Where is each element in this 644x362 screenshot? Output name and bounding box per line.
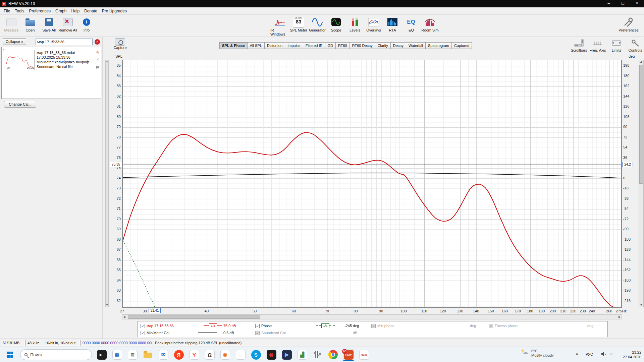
measurement-name-input[interactable]	[36, 39, 93, 45]
tray-app-icon[interactable]: ▭	[610, 352, 613, 356]
mixer-icon[interactable]	[312, 349, 323, 361]
video-app-icon[interactable]: ▶	[281, 349, 292, 361]
menu-tools[interactable]: Tools	[12, 8, 26, 14]
toolbar-levels-button[interactable]: Levels	[345, 16, 364, 36]
measure-icon	[6, 16, 16, 28]
folder-icon[interactable]	[142, 349, 154, 361]
orange-browser-icon[interactable]: ◉	[219, 349, 231, 361]
windows-logo-icon	[7, 352, 13, 358]
audio-editor-icon[interactable]: ≣	[127, 349, 138, 361]
toolbar-overlays-button[interactable]: Overlays	[364, 16, 383, 36]
toolbar-preferences-button[interactable]: Preferences	[619, 16, 638, 32]
camera-app-icon[interactable]: ◉	[266, 349, 277, 361]
taskbar-search[interactable]: Поиск	[20, 349, 92, 360]
menu-help[interactable]: Help	[69, 8, 82, 14]
title-bar: R REW V5.20.13 – □ ×	[0, 0, 644, 7]
peak-input-message: Peak input before clipping 120 dB SPL (u…	[153, 340, 281, 346]
notes-icon[interactable]: ≡	[235, 349, 246, 361]
y-axis-label: 84	[110, 74, 121, 78]
vertical-scrollbar-thumb[interactable]	[639, 65, 643, 184]
menu-pro-upgrades[interactable]: Pro Upgrades	[100, 8, 129, 14]
legend-trace-sample[interactable]	[198, 329, 217, 336]
checkbox-icon: ✓	[141, 324, 145, 328]
toolbar-ir-windows-button[interactable]: IR Windows	[270, 16, 289, 36]
graph-button-limits[interactable]: Limits	[607, 38, 626, 52]
change-cal-button[interactable]: Change Cal...	[4, 101, 36, 108]
x-axis-label: 140	[469, 309, 483, 313]
toolbar-room-sim-button[interactable]: Room Sim	[421, 16, 439, 36]
tab-rt60[interactable]: RT60	[335, 42, 350, 49]
chart-app-icon[interactable]: ▟	[297, 349, 308, 361]
tab-captured[interactable]: Captured	[451, 42, 472, 49]
save-all-icon	[45, 16, 53, 28]
tab-decay[interactable]: Decay	[390, 42, 406, 49]
minimize-button[interactable]: –	[602, 0, 616, 7]
deg-axis-label: 144	[623, 94, 635, 98]
legend-checkbox-мар-17-15-33-36[interactable]: ✓мар 17 15:33:36	[141, 322, 174, 329]
toolbar-spl-meter-button[interactable]: dB SPL83SPL Meter	[289, 16, 308, 36]
menu-graph[interactable]: Graph	[53, 8, 69, 14]
toolbar-eq-button[interactable]: EQEQ	[402, 16, 421, 36]
toolbar-rta-button[interactable]: RTA	[383, 16, 402, 36]
mail-icon[interactable]: ✉	[158, 349, 169, 361]
rew-running-icon[interactable]: REW96	[343, 349, 354, 361]
skype-icon[interactable]: S	[250, 349, 262, 361]
yandex-icon[interactable]: Я	[173, 349, 184, 361]
horizontal-scrollbar[interactable]	[122, 314, 622, 319]
weather-widget[interactable]: ☀☁ 6°C Mostly cloudy	[521, 349, 554, 358]
graph-button-freq-axis[interactable]: Freq. Axis	[588, 38, 607, 52]
notes-icon[interactable]: ▤	[96, 65, 100, 69]
window-title: REW V5.20.13	[8, 1, 35, 6]
measurement-item[interactable]: 1 20 20,0k мар 17 15_33_36.mdat 17.03.20…	[2, 47, 101, 73]
toolbar-generator-button[interactable]: Generator	[308, 16, 327, 36]
tab-distortion[interactable]: Distortion	[264, 42, 285, 49]
chrome-icon[interactable]	[327, 349, 339, 361]
menu-preferences[interactable]: Preferences	[26, 8, 53, 14]
tray-time: 23:22	[632, 350, 641, 354]
yandex-browser-icon[interactable]: Y	[189, 349, 200, 361]
language-indicator[interactable]: РУС	[586, 352, 593, 356]
edit-icon[interactable]: ∕	[96, 57, 100, 62]
tab-all-spl[interactable]: All SPL	[247, 42, 265, 49]
spreadsheet-icon[interactable]: ▦	[111, 349, 123, 361]
tab-rt60-decay[interactable]: RT60 Decay	[350, 42, 375, 49]
capture-button[interactable]: Capture	[113, 38, 127, 50]
rew-icon[interactable]: REW	[358, 349, 370, 361]
remove-measurement-button[interactable]: ×	[95, 39, 100, 45]
legend-trace-sample[interactable]: 1/3	[316, 322, 335, 329]
collapse-button[interactable]: Collapse «	[3, 38, 26, 45]
tab-impulse[interactable]: Impulse	[285, 42, 303, 49]
graph-button-scrollbars[interactable]: Scrollbars	[570, 38, 588, 52]
legend-trace-sample[interactable]: 1/3	[204, 322, 222, 329]
toolbar-info-button[interactable]: iInfo	[77, 16, 96, 32]
toolbar-scope-button[interactable]: Scope	[327, 16, 345, 36]
legend-checkbox-mic-meter-cal[interactable]: ✓Mic/Meter Cal	[141, 329, 169, 336]
vertical-scrollbar[interactable]	[639, 60, 644, 307]
spl-phase-plot[interactable]	[122, 60, 622, 308]
horizontal-scrollbar-thumb[interactable]	[128, 315, 260, 319]
menu-donate[interactable]: Donate	[82, 8, 100, 14]
clock[interactable]: 23:22 27.04.2026	[619, 350, 641, 359]
toolbar-remove-all-button[interactable]: ×Remove All	[58, 16, 77, 32]
trace-icon[interactable]: ∿	[96, 50, 100, 55]
tab-spectrogram[interactable]: Spectrogram	[425, 42, 452, 49]
close-button[interactable]: ×	[630, 0, 644, 7]
terminal-icon[interactable]: >_	[96, 349, 107, 361]
tab-clarity[interactable]: Clarity	[375, 42, 391, 49]
left-axis-scrollbar[interactable]	[105, 60, 109, 307]
graph-button-controls[interactable]: Controls	[626, 38, 644, 52]
menu-file[interactable]: File	[1, 8, 12, 14]
start-button[interactable]	[3, 348, 17, 361]
tab-waterfall[interactable]: Waterfall	[406, 42, 426, 49]
omega-app-icon[interactable]: Ω	[204, 349, 215, 361]
toolbar-open-button[interactable]: Open	[21, 16, 40, 32]
weather-temp: 6°C	[531, 349, 537, 353]
tab-filtered-ir[interactable]: Filtered IR	[303, 42, 325, 49]
speaker-muted-icon[interactable]: ×	[601, 352, 607, 357]
maximize-button[interactable]: □	[616, 0, 630, 7]
legend-checkbox-phase[interactable]: ✓Phase	[255, 322, 272, 329]
tab-spl-phase[interactable]: SPL & Phase	[219, 42, 248, 49]
toolbar-save-all-button[interactable]: Save All	[40, 16, 58, 32]
tray-expand-icon[interactable]: ∧	[576, 352, 578, 356]
tab-gd[interactable]: GD	[325, 42, 336, 49]
